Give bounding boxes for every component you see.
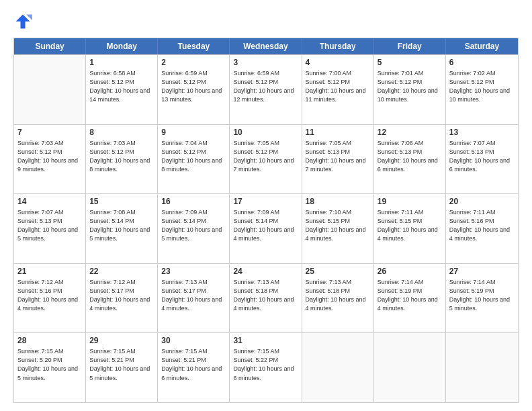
- sun-info: Sunrise: 7:09 AMSunset: 5:14 PMDaylight:…: [233, 208, 298, 243]
- sun-info: Sunrise: 7:06 AMSunset: 5:13 PMDaylight:…: [378, 139, 442, 174]
- sun-info: Sunrise: 7:11 AMSunset: 5:16 PMDaylight:…: [449, 208, 515, 243]
- calendar-week: 7Sunrise: 7:03 AMSunset: 5:12 PMDaylight…: [14, 124, 518, 194]
- calendar-cell: 5Sunrise: 7:01 AMSunset: 5:12 PMDaylight…: [374, 55, 446, 124]
- day-number: 12: [378, 128, 442, 137]
- day-number: 28: [17, 336, 82, 345]
- weekday-header: Sunday: [14, 38, 86, 54]
- calendar-cell: 15Sunrise: 7:08 AMSunset: 5:14 PMDayligh…: [86, 194, 158, 263]
- day-number: 29: [89, 336, 154, 345]
- calendar-cell: 7Sunrise: 7:03 AMSunset: 5:12 PMDaylight…: [14, 125, 86, 194]
- calendar-cell: 22Sunrise: 7:12 AMSunset: 5:17 PMDayligh…: [86, 264, 158, 333]
- day-number: 7: [17, 128, 82, 137]
- sun-info: Sunrise: 7:13 AMSunset: 5:18 PMDaylight:…: [233, 278, 298, 313]
- calendar-cell: 1Sunrise: 6:58 AMSunset: 5:12 PMDaylight…: [86, 55, 158, 124]
- calendar-cell: 31Sunrise: 7:15 AMSunset: 5:22 PMDayligh…: [230, 333, 302, 402]
- day-number: 15: [89, 197, 154, 206]
- calendar-cell: 12Sunrise: 7:06 AMSunset: 5:13 PMDayligh…: [374, 125, 446, 194]
- weekday-header: Friday: [374, 38, 446, 54]
- weekday-header: Tuesday: [158, 38, 230, 54]
- calendar-week: 21Sunrise: 7:12 AMSunset: 5:16 PMDayligh…: [14, 263, 518, 333]
- calendar-cell: 10Sunrise: 7:05 AMSunset: 5:12 PMDayligh…: [230, 125, 302, 194]
- day-number: 26: [378, 267, 442, 276]
- calendar-week: 14Sunrise: 7:07 AMSunset: 5:13 PMDayligh…: [14, 193, 518, 263]
- sun-info: Sunrise: 6:58 AMSunset: 5:12 PMDaylight:…: [89, 69, 154, 104]
- sun-info: Sunrise: 7:08 AMSunset: 5:14 PMDaylight:…: [89, 208, 154, 243]
- calendar-body: 1Sunrise: 6:58 AMSunset: 5:12 PMDaylight…: [14, 54, 518, 402]
- calendar-cell: 9Sunrise: 7:04 AMSunset: 5:12 PMDaylight…: [158, 125, 230, 194]
- day-number: 3: [233, 58, 298, 67]
- sun-info: Sunrise: 7:14 AMSunset: 5:19 PMDaylight:…: [449, 278, 515, 313]
- day-number: 8: [89, 128, 154, 137]
- calendar-cell: 6Sunrise: 7:02 AMSunset: 5:12 PMDaylight…: [446, 55, 518, 124]
- day-number: 10: [233, 128, 298, 137]
- calendar-cell: 20Sunrise: 7:11 AMSunset: 5:16 PMDayligh…: [446, 194, 518, 263]
- calendar-cell: 23Sunrise: 7:13 AMSunset: 5:17 PMDayligh…: [158, 264, 230, 333]
- day-number: 27: [449, 267, 515, 276]
- calendar-cell: 29Sunrise: 7:15 AMSunset: 5:21 PMDayligh…: [86, 333, 158, 402]
- sun-info: Sunrise: 7:00 AMSunset: 5:12 PMDaylight:…: [306, 69, 370, 104]
- day-number: 18: [306, 197, 370, 206]
- sun-info: Sunrise: 7:10 AMSunset: 5:15 PMDaylight:…: [306, 208, 370, 243]
- calendar-cell: [302, 333, 374, 402]
- calendar-cell: 14Sunrise: 7:07 AMSunset: 5:13 PMDayligh…: [14, 194, 86, 263]
- day-number: 31: [233, 336, 298, 345]
- weekday-header: Monday: [86, 38, 158, 54]
- logo: [13, 12, 35, 31]
- calendar-cell: 17Sunrise: 7:09 AMSunset: 5:14 PMDayligh…: [230, 194, 302, 263]
- day-number: 17: [233, 197, 298, 206]
- calendar-cell: [14, 55, 86, 124]
- calendar-cell: 16Sunrise: 7:09 AMSunset: 5:14 PMDayligh…: [158, 194, 230, 263]
- calendar-cell: 24Sunrise: 7:13 AMSunset: 5:18 PMDayligh…: [230, 264, 302, 333]
- day-number: 20: [449, 197, 515, 206]
- day-number: 1: [89, 58, 154, 67]
- calendar-cell: 8Sunrise: 7:03 AMSunset: 5:12 PMDaylight…: [86, 125, 158, 194]
- calendar-cell: 18Sunrise: 7:10 AMSunset: 5:15 PMDayligh…: [302, 194, 374, 263]
- day-number: 13: [449, 128, 515, 137]
- sun-info: Sunrise: 7:02 AMSunset: 5:12 PMDaylight:…: [449, 69, 515, 104]
- calendar-week: 28Sunrise: 7:15 AMSunset: 5:20 PMDayligh…: [14, 332, 518, 402]
- sun-info: Sunrise: 7:15 AMSunset: 5:21 PMDaylight:…: [89, 347, 154, 382]
- weekday-header: Thursday: [302, 38, 374, 54]
- sun-info: Sunrise: 7:03 AMSunset: 5:12 PMDaylight:…: [17, 139, 82, 174]
- calendar-cell: 4Sunrise: 7:00 AMSunset: 5:12 PMDaylight…: [302, 55, 374, 124]
- day-number: 14: [17, 197, 82, 206]
- sun-info: Sunrise: 7:15 AMSunset: 5:21 PMDaylight:…: [161, 347, 226, 382]
- day-number: 16: [161, 197, 226, 206]
- calendar-cell: 2Sunrise: 6:59 AMSunset: 5:12 PMDaylight…: [158, 55, 230, 124]
- calendar-week: 1Sunrise: 6:58 AMSunset: 5:12 PMDaylight…: [14, 54, 518, 124]
- weekday-header: Saturday: [446, 38, 518, 54]
- day-number: 11: [306, 128, 370, 137]
- sun-info: Sunrise: 7:07 AMSunset: 5:13 PMDaylight:…: [17, 208, 82, 243]
- sun-info: Sunrise: 7:01 AMSunset: 5:12 PMDaylight:…: [378, 69, 442, 104]
- sun-info: Sunrise: 7:11 AMSunset: 5:15 PMDaylight:…: [378, 208, 442, 243]
- sun-info: Sunrise: 7:13 AMSunset: 5:17 PMDaylight:…: [161, 278, 226, 313]
- sun-info: Sunrise: 6:59 AMSunset: 5:12 PMDaylight:…: [233, 69, 298, 104]
- sun-info: Sunrise: 7:05 AMSunset: 5:13 PMDaylight:…: [306, 139, 370, 174]
- calendar-page: SundayMondayTuesdayWednesdayThursdayFrid…: [0, 0, 532, 411]
- sun-info: Sunrise: 7:05 AMSunset: 5:12 PMDaylight:…: [233, 139, 298, 174]
- sun-info: Sunrise: 7:13 AMSunset: 5:18 PMDaylight:…: [306, 278, 370, 313]
- calendar-cell: 28Sunrise: 7:15 AMSunset: 5:20 PMDayligh…: [14, 333, 86, 402]
- calendar-cell: 30Sunrise: 7:15 AMSunset: 5:21 PMDayligh…: [158, 333, 230, 402]
- weekday-header: Wednesday: [230, 38, 302, 54]
- calendar-cell: 3Sunrise: 6:59 AMSunset: 5:12 PMDaylight…: [230, 55, 302, 124]
- sun-info: Sunrise: 7:12 AMSunset: 5:17 PMDaylight:…: [89, 278, 154, 313]
- day-number: 24: [233, 267, 298, 276]
- day-number: 2: [161, 58, 226, 67]
- calendar-cell: 21Sunrise: 7:12 AMSunset: 5:16 PMDayligh…: [14, 264, 86, 333]
- header: [13, 12, 519, 31]
- calendar-cell: [446, 333, 518, 402]
- day-number: 23: [161, 267, 226, 276]
- sun-info: Sunrise: 7:15 AMSunset: 5:20 PMDaylight:…: [17, 347, 82, 382]
- calendar-cell: [374, 333, 446, 402]
- sun-info: Sunrise: 6:59 AMSunset: 5:12 PMDaylight:…: [161, 69, 226, 104]
- day-number: 30: [161, 336, 226, 345]
- sun-info: Sunrise: 7:03 AMSunset: 5:12 PMDaylight:…: [89, 139, 154, 174]
- calendar-cell: 27Sunrise: 7:14 AMSunset: 5:19 PMDayligh…: [446, 264, 518, 333]
- day-number: 22: [89, 267, 154, 276]
- sun-info: Sunrise: 7:07 AMSunset: 5:13 PMDaylight:…: [449, 139, 515, 174]
- day-number: 6: [449, 58, 515, 67]
- svg-marker-0: [16, 15, 30, 29]
- day-number: 5: [378, 58, 442, 67]
- sun-info: Sunrise: 7:14 AMSunset: 5:19 PMDaylight:…: [378, 278, 442, 313]
